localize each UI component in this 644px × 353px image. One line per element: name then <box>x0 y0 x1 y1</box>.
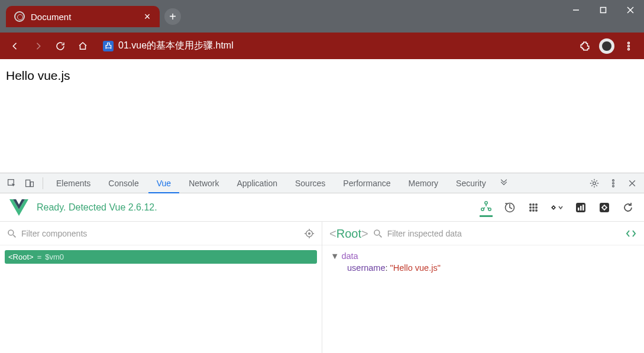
vue-status-bar: Ready. Detected Vue 2.6.12. <box>0 193 644 222</box>
data-value: "Hello vue.js" <box>390 263 441 273</box>
svg-point-23 <box>532 203 535 206</box>
window-close-button[interactable] <box>617 0 644 20</box>
url-text: 01.vue的基本使用步骤.html <box>118 40 234 52</box>
component-tree-root[interactable]: <Root> = $vm0 <box>5 250 317 264</box>
vuex-tab-icon[interactable] <box>503 201 516 214</box>
vm-var: $vm0 <box>45 252 64 261</box>
svg-point-32 <box>553 206 555 208</box>
home-button[interactable] <box>73 37 92 56</box>
inspected-panel: <Root> ▼ data username: "Hello vue.js" <box>322 222 644 353</box>
new-tab-button[interactable]: + <box>164 8 181 25</box>
angle-open: < <box>329 227 336 240</box>
devtools-menu-icon[interactable] <box>605 175 622 192</box>
vue-logo-icon <box>9 199 28 216</box>
data-section-label: data <box>341 251 358 261</box>
svg-point-26 <box>532 206 535 209</box>
svg-point-47 <box>374 230 380 235</box>
svg-point-29 <box>532 209 535 212</box>
site-favicon-icon: 凸 <box>103 41 114 51</box>
window-maximize-button[interactable] <box>590 0 617 20</box>
back-button[interactable] <box>6 37 25 56</box>
search-icon <box>373 229 383 238</box>
tab-sources[interactable]: Sources <box>287 173 334 193</box>
reload-button[interactable] <box>51 37 70 56</box>
svg-point-5 <box>628 45 630 47</box>
filter-components-input[interactable] <box>21 229 299 238</box>
tab-vue[interactable]: Vue <box>148 173 179 193</box>
devtools-settings-icon[interactable] <box>586 175 603 192</box>
tab-title: Document <box>31 12 135 22</box>
inspect-element-icon[interactable] <box>4 175 20 192</box>
svg-point-6 <box>628 48 630 50</box>
svg-line-48 <box>379 235 381 237</box>
svg-rect-1 <box>601 8 606 13</box>
inspected-data: ▼ data username: "Hello vue.js" <box>322 245 644 278</box>
svg-point-25 <box>529 206 532 209</box>
browser-tab[interactable]: Document × <box>6 6 160 27</box>
svg-point-13 <box>613 185 614 187</box>
page-body-text: Hello vue.js <box>6 69 70 82</box>
expand-code-icon[interactable] <box>625 228 637 239</box>
tab-performance[interactable]: Performance <box>335 173 399 193</box>
svg-line-40 <box>13 235 15 237</box>
separator <box>43 177 43 189</box>
svg-point-10 <box>593 182 596 184</box>
svg-rect-36 <box>582 205 584 210</box>
components-tab-icon[interactable] <box>480 204 493 217</box>
vue-refresh-icon[interactable] <box>622 201 635 214</box>
svg-point-18 <box>485 202 487 204</box>
tab-application[interactable]: Application <box>228 173 286 193</box>
svg-rect-9 <box>31 182 34 186</box>
svg-point-12 <box>613 182 614 184</box>
devtools-close-icon[interactable] <box>624 175 640 192</box>
svg-point-30 <box>535 209 538 212</box>
data-key: username <box>347 263 385 273</box>
tab-network[interactable]: Network <box>180 173 227 193</box>
more-tabs-icon[interactable] <box>496 175 512 192</box>
svg-point-42 <box>309 232 310 234</box>
profile-avatar[interactable] <box>599 38 614 54</box>
svg-point-22 <box>529 203 532 206</box>
forward-button[interactable] <box>28 37 47 56</box>
equals-sign: = <box>37 252 42 261</box>
select-component-icon[interactable] <box>304 228 315 239</box>
tab-console[interactable]: Console <box>100 173 147 193</box>
colon: : <box>385 263 390 273</box>
close-tab-icon[interactable]: × <box>141 11 154 23</box>
routing-tab-icon[interactable] <box>551 201 564 214</box>
address-bar[interactable]: 凸 01.vue的基本使用步骤.html <box>96 37 567 55</box>
browser-menu-button[interactable] <box>619 37 638 56</box>
vue-status-text: Ready. Detected Vue 2.6.12. <box>37 202 471 213</box>
breadcrumb-name: Root <box>336 227 361 240</box>
events-tab-icon[interactable] <box>527 201 540 214</box>
svg-point-28 <box>529 209 532 212</box>
devtools: Elements Console Vue Network Application… <box>0 173 644 353</box>
svg-point-27 <box>535 206 538 209</box>
window-minimize-button[interactable] <box>562 0 590 20</box>
root-tag: <Root> <box>8 252 34 261</box>
tab-memory[interactable]: Memory <box>400 173 447 193</box>
tab-security[interactable]: Security <box>448 173 494 193</box>
svg-point-24 <box>535 203 538 206</box>
page-content: Hello vue.js <box>0 59 644 173</box>
angle-close: > <box>361 227 368 240</box>
performance-tab-icon[interactable] <box>574 201 587 214</box>
svg-point-4 <box>628 42 630 44</box>
globe-icon <box>14 11 25 22</box>
inspected-header: <Root> <box>322 222 644 245</box>
extensions-button[interactable] <box>575 37 594 56</box>
filter-inspected-input[interactable] <box>387 229 620 238</box>
window-titlebar: Document × + <box>0 0 644 33</box>
search-icon <box>7 229 17 238</box>
device-toolbar-icon[interactable] <box>21 175 38 192</box>
ninja-icon <box>602 41 611 51</box>
vue-settings-icon[interactable] <box>598 201 611 214</box>
components-panel: <Root> = $vm0 <box>0 222 322 353</box>
tab-elements[interactable]: Elements <box>48 173 99 193</box>
browser-toolbar: 凸 01.vue的基本使用步骤.html <box>0 33 644 59</box>
devtools-tabbar: Elements Console Vue Network Application… <box>0 173 644 193</box>
collapse-toggle-icon[interactable]: ▼ <box>331 251 341 261</box>
svg-rect-34 <box>578 208 580 210</box>
svg-rect-8 <box>26 180 30 186</box>
inspected-breadcrumb: <Root> <box>329 226 368 241</box>
